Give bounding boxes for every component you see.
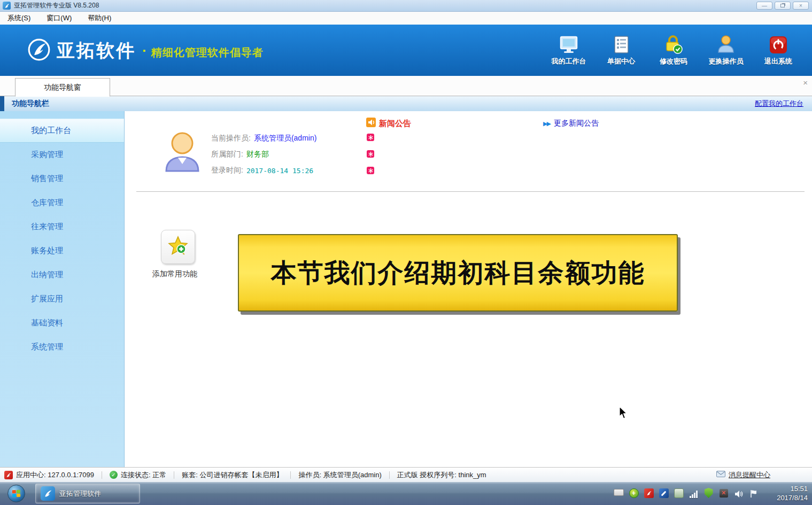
more-news-label: 更多新闻公告 — [554, 119, 599, 128]
content-divider — [136, 191, 805, 192]
toolbar-change-password[interactable]: 修改密码 — [647, 32, 700, 66]
system-tray: + ✕ — [614, 488, 759, 498]
title-bar: 亚拓管理软件专业版 V8.5.208 — × — [0, 0, 812, 12]
lesson-banner: 本节我们介绍期初科目余额功能 — [238, 234, 678, 312]
taskbar-app-icon — [41, 486, 55, 501]
news-item-badge[interactable] — [367, 167, 374, 174]
keyboard-tray-icon[interactable] — [614, 488, 624, 498]
main-content: 当前操作员: 系统管理员(admin) 所属部门: 财务部 登录时间: 2017… — [125, 111, 812, 467]
yatuo-tray-icon[interactable] — [644, 488, 654, 498]
toolbar-exit-system[interactable]: 退出系统 — [752, 32, 805, 66]
sidebar-item-contacts[interactable]: 往来管理 — [0, 215, 124, 239]
news-item-badge[interactable] — [367, 134, 374, 141]
brand-separator: · — [142, 43, 147, 59]
restore-button[interactable] — [775, 2, 791, 10]
department-label: 所属部门: — [211, 150, 243, 159]
envelope-icon — [716, 471, 725, 479]
menu-help[interactable]: 帮助(H) — [88, 13, 111, 23]
clock-time: 15:51 — [777, 484, 808, 493]
brand-name: 亚拓软件 — [57, 38, 136, 63]
taskbar: 亚拓管理软件 + ✕ — [0, 482, 812, 505]
toolbar-label: 我的工作台 — [552, 57, 586, 66]
toolbar-my-workbench[interactable]: 我的工作台 — [543, 32, 595, 66]
close-button[interactable]: × — [793, 2, 809, 10]
app-center-icon — [4, 471, 13, 479]
account-set-text: 账套: 公司进销存帐套【未启用】 — [182, 470, 283, 480]
taskbar-clock[interactable]: 15:51 2017/8/14 — [777, 484, 808, 502]
brand-slogan: 精细化管理软件倡导者 — [151, 42, 264, 60]
sidebar-item-base-data[interactable]: 基础资料 — [0, 311, 124, 335]
tools-tray-icon[interactable] — [659, 488, 669, 498]
toolbar-label: 修改密码 — [660, 57, 687, 66]
brand-logo-icon — [27, 37, 51, 64]
login-time-value: 2017-08-14 15:26 — [246, 167, 313, 175]
sidebar-item-extensions[interactable]: 扩展应用 — [0, 287, 124, 311]
toolbar-label: 更换操作员 — [709, 57, 744, 66]
news-item-badge[interactable] — [367, 150, 374, 158]
status-operator: 操作员: 系统管理员(admin) — [298, 470, 381, 480]
mouse-cursor — [619, 406, 628, 422]
security-shield-icon[interactable] — [703, 488, 714, 498]
function-nav-bar: 功能导航栏 配置我的工作台 — [0, 96, 812, 111]
toolbar-change-operator[interactable]: 更换操作员 — [700, 32, 752, 66]
sidebar-item-cashier[interactable]: 出纳管理 — [0, 263, 124, 287]
license-text: 正式版 授权序列号: think_ym — [397, 470, 486, 480]
double-arrow-icon: ▶▶ — [543, 120, 550, 127]
status-separator — [290, 471, 291, 479]
lesson-banner-text: 本节我们介绍期初科目余额功能 — [271, 256, 645, 290]
sidebar-item-my-workbench[interactable]: 我的工作台 — [0, 119, 124, 143]
taskbar-app-label: 亚拓管理软件 — [59, 489, 101, 499]
power-plug-icon[interactable]: ✕ — [718, 488, 729, 498]
status-license: 正式版 授权序列号: think_ym — [397, 470, 486, 480]
close-icon: × — [799, 3, 802, 9]
tab-strip: 功能导航窗 × — [0, 76, 812, 96]
power-icon — [769, 32, 788, 55]
antivirus-tray-icon[interactable]: + — [629, 488, 639, 498]
status-app-center: 应用中心: 127.0.0.1:7099 — [4, 470, 94, 480]
sidebar-item-warehouse[interactable]: 仓库管理 — [0, 191, 124, 215]
connection-text: 连接状态: 正常 — [121, 470, 166, 480]
action-center-flag-icon[interactable] — [748, 488, 759, 498]
message-center-label: 消息提醒中心 — [729, 470, 770, 480]
taskbar-app-button[interactable]: 亚拓管理软件 — [35, 484, 140, 503]
menu-system[interactable]: 系统(S) — [7, 13, 30, 23]
restore-icon — [780, 4, 785, 7]
configure-workbench-link[interactable]: 配置我的工作台 — [755, 99, 803, 108]
menu-bar: 系统(S) 窗口(W) 帮助(H) — [0, 12, 812, 25]
user-info-panel: 当前操作员: 系统管理员(admin) 所属部门: 财务部 登录时间: 2017… — [211, 130, 316, 178]
operator-label: 当前操作员: — [211, 134, 251, 143]
app-window: 亚拓管理软件专业版 V8.5.208 — × 系统(S) 窗口(W) 帮助(H)… — [0, 0, 812, 505]
minimize-button[interactable]: — — [756, 2, 772, 10]
star-plus-icon — [167, 235, 189, 259]
announcement-speaker-icon — [366, 118, 376, 129]
clock-date: 2017/8/14 — [777, 493, 808, 502]
user-avatar — [162, 130, 203, 175]
more-news-link[interactable]: ▶▶ 更多新闻公告 — [543, 119, 599, 128]
volume-icon[interactable] — [733, 488, 744, 498]
sidebar: 我的工作台 采购管理 销售管理 仓库管理 往来管理 账务处理 出纳管理 扩展应用… — [0, 111, 125, 467]
toolbar-document-center[interactable]: 单据中心 — [595, 32, 647, 66]
operator-value: 系统管理员(admin) — [254, 134, 316, 143]
message-center-link[interactable]: 消息提醒中心 — [716, 470, 770, 480]
tab-function-navigation[interactable]: 功能导航窗 — [15, 78, 110, 97]
app-logo-icon — [3, 2, 11, 10]
sidebar-item-sales[interactable]: 销售管理 — [0, 167, 124, 191]
monitor-icon — [559, 32, 579, 55]
status-connection: ✓ 连接状态: 正常 — [110, 470, 166, 480]
user-icon — [716, 32, 736, 55]
network-signal-icon[interactable] — [689, 488, 699, 498]
start-button[interactable] — [7, 485, 25, 502]
nav-title: 功能导航栏 — [12, 99, 49, 108]
status-account-set: 账套: 公司进销存帐套【未启用】 — [182, 470, 283, 480]
add-common-function-button[interactable] — [161, 230, 195, 264]
sidebar-item-accounting[interactable]: 账务处理 — [0, 239, 124, 263]
menu-window[interactable]: 窗口(W) — [47, 13, 72, 23]
nav-accent-bar — [0, 96, 4, 111]
sidebar-item-system[interactable]: 系统管理 — [0, 335, 124, 359]
tab-close-icon[interactable]: × — [803, 78, 808, 87]
app-center-text: 应用中心: 127.0.0.1:7099 — [16, 470, 94, 480]
toolbox-tray-icon[interactable] — [674, 488, 684, 498]
toolbar-label: 单据中心 — [607, 57, 635, 66]
toolbar-label: 退出系统 — [764, 57, 792, 66]
sidebar-item-purchase[interactable]: 采购管理 — [0, 143, 124, 167]
